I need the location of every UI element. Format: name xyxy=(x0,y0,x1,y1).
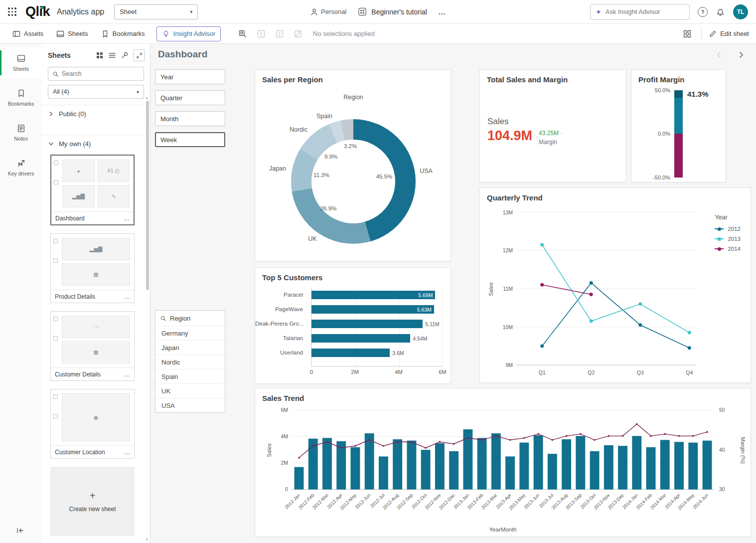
group-public[interactable]: Public (0) xyxy=(42,105,150,123)
bar[interactable] xyxy=(618,446,627,489)
step-back-button[interactable] xyxy=(254,27,268,41)
grid-view-icon[interactable] xyxy=(96,51,104,59)
bar[interactable] xyxy=(646,447,656,490)
bar[interactable] xyxy=(365,433,374,490)
trend-line[interactable] xyxy=(542,285,591,294)
app-waffle-menu-icon[interactable] xyxy=(6,5,18,18)
bar-pagewave[interactable]: 5.63M xyxy=(311,305,434,314)
line-point[interactable] xyxy=(481,439,483,441)
filter-button-month[interactable]: Month xyxy=(155,111,225,126)
sheet-thumb-customer-location[interactable]: ◉ Customer Location … xyxy=(50,389,135,459)
sheets-button[interactable]: Sheets xyxy=(51,26,93,41)
line-point[interactable] xyxy=(537,433,539,435)
total-sales-margin-card[interactable]: Total Sales and Margin Sales 104.9M 43.2… xyxy=(479,69,626,182)
line-point[interactable] xyxy=(509,439,511,441)
line-point[interactable] xyxy=(608,435,610,437)
bar[interactable] xyxy=(519,443,529,490)
scrollbar-thumb[interactable] xyxy=(146,101,149,290)
line-point[interactable] xyxy=(566,435,568,437)
line-point[interactable] xyxy=(580,433,582,435)
line-point[interactable] xyxy=(523,437,525,439)
bar[interactable] xyxy=(435,443,445,490)
sheet-selector-dropdown[interactable]: Sheet ▾ xyxy=(114,4,198,19)
donut-chart[interactable] xyxy=(291,119,416,244)
line-point[interactable] xyxy=(340,447,342,449)
bar-talarian[interactable]: 4.54M xyxy=(311,334,410,343)
line-point[interactable] xyxy=(383,445,385,447)
bar[interactable] xyxy=(477,438,487,489)
line-point[interactable] xyxy=(692,435,694,437)
bar[interactable] xyxy=(562,439,571,490)
line-point[interactable] xyxy=(439,441,441,443)
bar[interactable] xyxy=(703,441,712,490)
list-view-icon[interactable] xyxy=(108,51,116,59)
bar[interactable] xyxy=(421,450,431,489)
overflow-menu-button[interactable]: … xyxy=(438,7,446,16)
notifications-bell-icon[interactable] xyxy=(716,7,725,16)
bar[interactable] xyxy=(379,456,388,489)
thumb-menu-button[interactable]: … xyxy=(124,371,130,378)
line-point[interactable] xyxy=(453,443,455,445)
bar[interactable] xyxy=(576,436,585,489)
sheets-filter-dropdown[interactable]: All (4) ▾ xyxy=(48,85,144,99)
line-point[interactable] xyxy=(411,441,413,443)
pin-icon[interactable] xyxy=(121,51,129,59)
insight-advisor-button[interactable]: Insight Advisor xyxy=(156,26,221,41)
bar-deak-perera[interactable]: 5.11M xyxy=(311,320,423,328)
ask-insight-advisor-box[interactable]: ✦ xyxy=(590,4,690,20)
create-new-sheet-button[interactable]: + Create new sheet xyxy=(50,467,135,536)
sheets-search-box[interactable] xyxy=(48,67,144,81)
bar[interactable] xyxy=(688,443,698,490)
line-point[interactable] xyxy=(368,439,370,441)
step-forward-button[interactable] xyxy=(273,27,287,41)
search-icon[interactable] xyxy=(160,315,166,322)
line-point[interactable] xyxy=(664,433,666,435)
region-list-item[interactable]: Spain xyxy=(155,369,225,383)
line-point[interactable] xyxy=(650,435,652,437)
trend-line[interactable] xyxy=(542,283,689,348)
line-point[interactable] xyxy=(326,441,328,443)
data-point[interactable] xyxy=(688,331,691,335)
line-point[interactable] xyxy=(312,445,314,447)
bar[interactable] xyxy=(674,442,684,489)
line-point[interactable] xyxy=(495,435,497,437)
line-point[interactable] xyxy=(467,437,469,439)
expand-panel-button[interactable] xyxy=(133,49,145,61)
thumb-menu-button[interactable]: … xyxy=(124,449,130,456)
data-point[interactable] xyxy=(638,323,642,327)
app-title-button[interactable]: Beginner's tutorial xyxy=(357,7,427,16)
data-point[interactable] xyxy=(590,293,593,296)
bar-userland[interactable]: 3.6M xyxy=(311,349,390,357)
data-point[interactable] xyxy=(688,346,691,350)
prev-sheet-chevron-icon[interactable] xyxy=(715,51,723,59)
region-list-item[interactable]: UK xyxy=(155,383,225,398)
edit-sheet-button[interactable]: Edit sheet xyxy=(709,30,749,38)
sheets-search-input[interactable] xyxy=(62,70,140,77)
sheet-thumb-dashboard[interactable]: ◕ #1 ◴ ▂▅▇ ∿ Dashboard … xyxy=(50,155,135,225)
sheet-overview-button[interactable] xyxy=(680,27,694,41)
group-my-own[interactable]: My own (4) xyxy=(42,135,150,153)
sheets-panel-scrollbar[interactable]: ▴ ▾ xyxy=(146,96,150,541)
line-point[interactable] xyxy=(622,435,624,437)
thumb-menu-button[interactable]: … xyxy=(124,215,130,222)
bar-paracel[interactable]: 5.69M xyxy=(311,291,435,299)
data-point[interactable] xyxy=(540,243,544,246)
legend-item-2012[interactable]: 2012 xyxy=(715,226,741,232)
help-button[interactable]: ? xyxy=(698,7,708,17)
line-point[interactable] xyxy=(706,431,708,433)
data-point[interactable] xyxy=(638,302,642,306)
legend-item-2013[interactable]: 2013 xyxy=(715,236,741,242)
bookmarks-button[interactable]: Bookmarks xyxy=(96,26,151,41)
rail-item-notes[interactable]: Notes xyxy=(0,118,42,148)
data-point[interactable] xyxy=(590,281,593,285)
bar[interactable] xyxy=(505,456,515,489)
data-point[interactable] xyxy=(540,344,544,348)
bar[interactable] xyxy=(604,445,613,490)
margin-line[interactable] xyxy=(299,424,707,458)
bar[interactable] xyxy=(534,435,543,490)
ask-insight-advisor-input[interactable] xyxy=(605,8,684,15)
rail-item-key-drivers[interactable]: Key drivers xyxy=(0,153,42,182)
bar[interactable] xyxy=(322,438,332,489)
bar[interactable] xyxy=(632,436,641,489)
line-point[interactable] xyxy=(552,439,554,441)
